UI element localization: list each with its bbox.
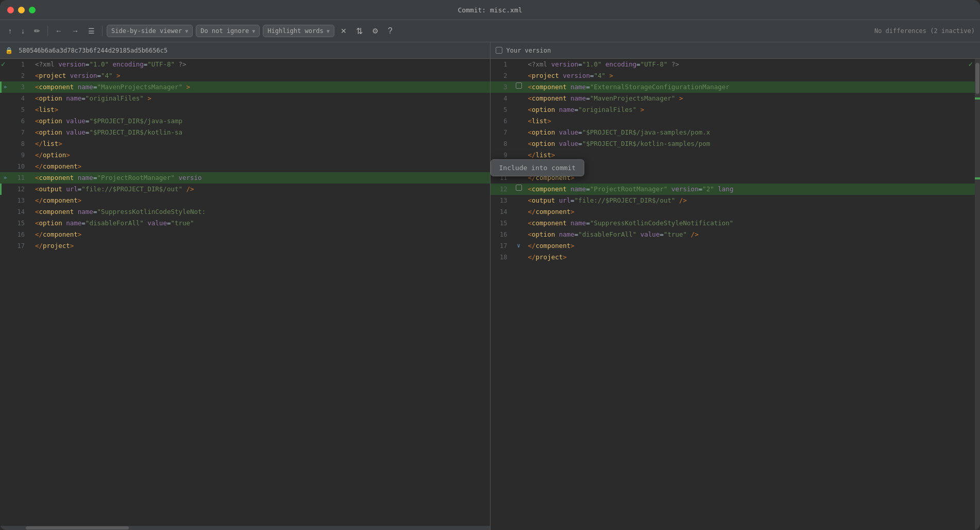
forward-button[interactable]: → [69,25,82,37]
left-gutter-10 [0,161,10,172]
right-cb-15 [514,218,524,229]
left-linenum-8: 8 [10,138,31,150]
your-version-checkbox[interactable] [496,47,502,54]
list-view-button[interactable]: ☰ [85,25,98,37]
close-button[interactable] [7,7,14,13]
viewer-dropdown-arrow: ▼ [185,28,188,34]
highlight-dropdown-arrow: ▼ [327,28,330,34]
content-area: ✓ 1 <?xml version="1.0" encoding="UTF-8"… [0,59,980,530]
left-code-3: <component name="MavenProjectsManager" > [31,81,490,93]
list-icon: ☰ [88,27,95,35]
right-cb-12[interactable] [514,184,524,195]
help-button[interactable]: ? [385,24,396,38]
right-line-14: 14 </component> [491,206,981,218]
left-pane: ✓ 1 <?xml version="1.0" encoding="UTF-8"… [0,59,491,530]
right-cb-3[interactable] [514,81,524,93]
left-line-4: 4 <option name="originalFiles" > [0,93,490,104]
minimize-button[interactable] [18,7,25,13]
right-line-15: 15 <component name="SuppressKotlinCodeSt… [491,218,981,229]
line-12-checkbox[interactable] [516,185,522,191]
right-code-4: <component name="MavenProjectsManager" > [524,93,981,104]
left-gutter-7 [0,127,10,138]
left-line-10: 10 </component> [0,161,490,172]
right-cb-18 [514,252,524,263]
left-linenum-10: 10 [10,161,31,172]
right-arrow-icon: → [72,27,79,35]
right-linenum-18: 18 [491,252,514,263]
left-linenum-5: 5 [10,104,31,115]
left-linenum-13: 13 [10,195,31,206]
right-cb-7 [514,127,524,138]
left-linenum-12: 12 [10,184,31,195]
right-line-12: 12 <component name="ProjectRootManager" … [491,184,981,195]
left-code-8: </list> [31,138,490,150]
left-gutter-12 [0,184,10,195]
left-line-16: 16 </component> [0,229,490,240]
right-code-16: <option name="disableForAll" value="true… [524,229,981,240]
right-code-12: <component name="ProjectRootManager" ver… [524,184,981,195]
left-gutter-8 [0,138,10,150]
sync-button[interactable]: ⇅ [353,24,366,38]
right-cb-13 [514,195,524,206]
right-line-2: 2 <project version="4" > [491,70,981,81]
line-3-checkbox[interactable] [516,82,522,89]
left-linenum-7: 7 [10,127,31,138]
left-line-7: 7 <option value="$PROJECT_DIR$/kotlin-sa [0,127,490,138]
scroll-down-button[interactable]: ↓ [18,25,28,37]
sync-scroll-icon: ⇅ [356,26,363,36]
left-code-4: <option name="originalFiles" > [31,93,490,104]
right-linenum-2: 2 [491,70,514,81]
settings-button[interactable]: ⚙ [369,25,382,37]
title-bar: Commit: misc.xml [0,0,980,20]
right-code-11: </component> [524,172,981,184]
highlight-dropdown[interactable]: Highlight words ▼ [263,25,334,37]
commit-hash: 580546b6a6a3d78c73b6f244d29185ad5b6656c5 [19,47,167,54]
left-code-2: <project version="4" > [31,70,490,81]
right-cb-6 [514,115,524,127]
right-file-header: Your version [491,42,981,58]
right-linenum-8: 8 [491,138,514,150]
left-linenum-4: 4 [10,93,31,104]
traffic-lights [7,7,36,13]
right-linenum-1: 1 [491,59,514,70]
right-line-16: 16 <option name="disableForAll" value="t… [491,229,981,240]
left-line-6: 6 <option value="$PROJECT_DIR$/java-samp [0,115,490,127]
right-line-3: 3 <component name="ExternalStorageConfig… [491,81,981,93]
left-code-15: <option name="disableForAll" value="true… [31,218,490,229]
left-horizontal-scrollbar[interactable] [0,526,490,530]
ignore-dropdown-arrow: ▼ [252,28,255,34]
pencil-icon: ✏ [34,27,40,35]
left-gutter-17 [0,240,10,252]
right-scrollbar-thumb[interactable] [975,63,979,94]
edit-button[interactable]: ✏ [31,25,43,37]
right-cb-16 [514,229,524,240]
ignore-dropdown[interactable]: Do not ignore ▼ [196,25,260,37]
left-linenum-6: 6 [10,115,31,127]
left-linenum-3: 3 [10,81,31,93]
left-line-13: 13 </component> [0,195,490,206]
right-cb-8 [514,138,524,150]
left-code-10: </component> [31,161,490,172]
left-code-13: </component> [31,195,490,206]
right-cb-1 [514,59,524,70]
back-button[interactable]: ← [52,25,65,37]
ignore-label: Do not ignore [200,27,249,35]
viewer-dropdown[interactable]: Side-by-side viewer ▼ [107,25,193,37]
left-scrollbar-thumb[interactable] [26,526,129,529]
right-vertical-scrollbar[interactable] [975,59,980,530]
right-linenum-13: 13 [491,195,514,206]
close-diff-button[interactable]: ✕ [337,25,350,37]
left-line-3: » 3 <component name="MavenProjectsManage… [0,81,490,93]
left-code-9: </option> [31,150,490,161]
left-linenum-16: 16 [10,229,31,240]
left-code-6: <option value="$PROJECT_DIR$/java-samp [31,115,490,127]
scroll-up-button[interactable]: ↑ [5,25,15,37]
left-code-7: <option value="$PROJECT_DIR$/kotlin-sa [31,127,490,138]
left-code-11: <component name="ProjectRootManager" ver… [31,172,490,184]
right-cb-2 [514,70,524,81]
maximize-button[interactable] [29,7,36,13]
right-code-18: </project> [524,252,981,263]
right-code-5: <option name="originalFiles" > [524,104,981,115]
left-code-16: </component> [31,229,490,240]
right-code-9: </list> [524,150,981,161]
